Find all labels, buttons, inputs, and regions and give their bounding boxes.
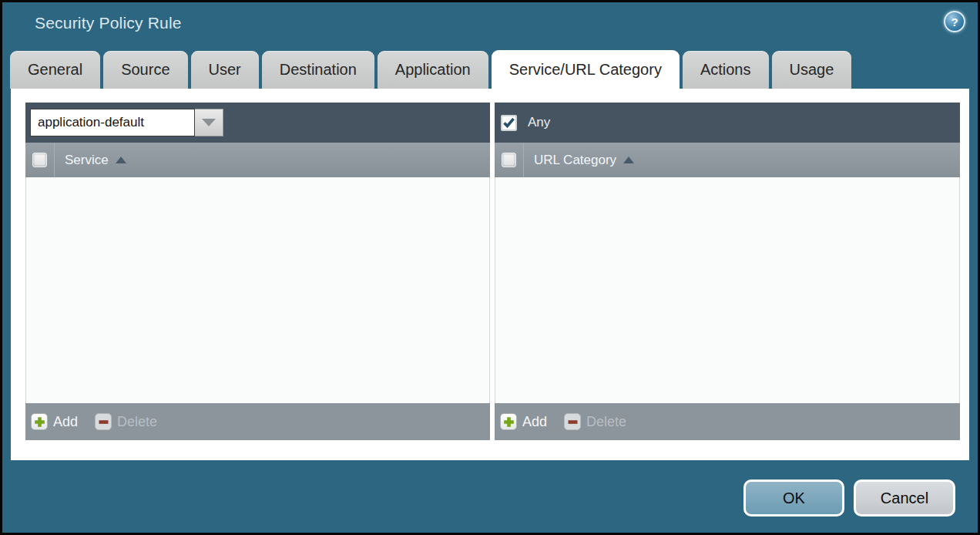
- minus-icon: [95, 413, 112, 430]
- service-type-dropdown[interactable]: application-default: [30, 109, 223, 136]
- plus-icon: [500, 413, 517, 430]
- tab-destination[interactable]: Destination: [262, 51, 374, 89]
- sort-ascending-icon: [623, 156, 634, 163]
- column-divider: [523, 143, 524, 177]
- delete-button-label: Delete: [117, 414, 157, 430]
- tab-content: application-default Service Add: [11, 89, 969, 460]
- add-service-button[interactable]: Add: [31, 413, 78, 430]
- url-category-panel: Any URL Category Add: [495, 103, 960, 440]
- service-panel-footer: Add Delete: [25, 403, 490, 440]
- help-icon[interactable]: ?: [944, 11, 965, 32]
- security-policy-rule-dialog: Security Policy Rule ? General Source Us…: [0, 0, 980, 535]
- service-panel-header: application-default: [25, 103, 490, 143]
- minus-icon: [564, 413, 581, 430]
- question-mark-glyph: ?: [951, 15, 958, 29]
- column-divider: [54, 143, 55, 177]
- service-type-value[interactable]: application-default: [30, 109, 195, 136]
- delete-url-category-button[interactable]: Delete: [564, 413, 626, 430]
- checkmark-icon: [503, 118, 515, 128]
- tab-source[interactable]: Source: [103, 51, 187, 89]
- chevron-down-icon: [202, 119, 216, 126]
- add-url-category-button[interactable]: Add: [500, 413, 547, 430]
- delete-service-button[interactable]: Delete: [95, 413, 157, 430]
- url-category-column-header[interactable]: URL Category: [534, 153, 616, 168]
- any-checkbox[interactable]: [501, 115, 517, 131]
- service-panel: application-default Service Add: [25, 103, 490, 440]
- add-button-label: Add: [522, 414, 547, 430]
- delete-button-label: Delete: [586, 414, 626, 430]
- service-table-header: Service: [25, 143, 490, 177]
- service-column-header[interactable]: Service: [65, 153, 109, 168]
- tab-general[interactable]: General: [10, 51, 100, 89]
- url-category-table-body: [495, 177, 960, 403]
- tab-actions[interactable]: Actions: [683, 51, 769, 89]
- tab-usage[interactable]: Usage: [772, 51, 852, 89]
- url-category-panel-header: Any: [495, 103, 960, 143]
- tab-service-url-category[interactable]: Service/URL Category: [492, 50, 680, 89]
- ok-button[interactable]: OK: [743, 479, 844, 516]
- service-table-body: [25, 177, 490, 403]
- url-category-table-header: URL Category: [495, 143, 960, 177]
- dropdown-open-button[interactable]: [195, 109, 223, 136]
- select-all-services-checkbox[interactable]: [32, 153, 47, 167]
- dialog-title: Security Policy Rule: [35, 14, 182, 32]
- select-all-url-categories-checkbox[interactable]: [502, 153, 516, 167]
- url-category-panel-footer: Add Delete: [495, 403, 960, 440]
- add-button-label: Add: [53, 414, 78, 430]
- plus-icon: [31, 413, 48, 430]
- tab-bar: General Source User Destination Applicat…: [10, 50, 851, 89]
- any-checkbox-label: Any: [528, 115, 550, 130]
- tab-user[interactable]: User: [191, 51, 259, 89]
- tab-application[interactable]: Application: [378, 51, 488, 89]
- sort-ascending-icon: [116, 156, 126, 163]
- cancel-button[interactable]: Cancel: [854, 479, 955, 516]
